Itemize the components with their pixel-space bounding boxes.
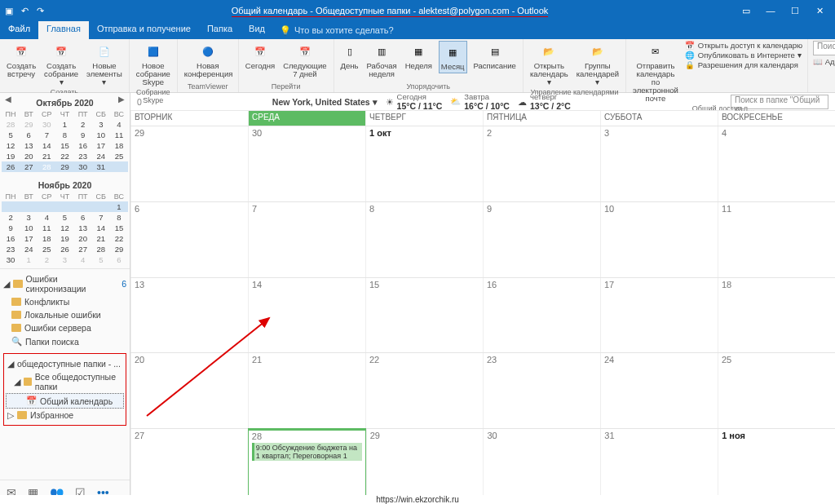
day-cell[interactable]: 14 <box>248 278 365 353</box>
local-errors-folder[interactable]: Локальные ошибки <box>0 308 130 321</box>
mini-cal-title: Октябрь 2020 <box>2 96 128 109</box>
conflicts-folder[interactable]: Конфликты <box>0 295 130 308</box>
share-links: 📅 Открыть доступ к календарю 🌐 Опубликов… <box>685 41 802 69</box>
week-view-button[interactable]: ▦Неделя <box>404 41 434 72</box>
title-bar: ▣ ↶ ↷ Общий календарь - Общедоступные па… <box>0 0 835 21</box>
day-cell[interactable]: 24 <box>600 353 718 428</box>
month-view-button[interactable]: ▦Месяц <box>439 41 467 73</box>
day-cell[interactable]: 11 <box>718 202 835 277</box>
day-cell[interactable]: 18 <box>718 278 835 353</box>
calendar-groups-button[interactable]: 📂Группы календарей ▾ <box>575 41 621 88</box>
day-cell[interactable]: 6 <box>130 202 248 277</box>
mini-calendar-nov: Ноябрь 2020 ПНВТСРЧТПТСБВС12345678910111… <box>0 175 130 268</box>
day-cell[interactable]: 13 <box>130 278 248 353</box>
teamviewer-button[interactable]: 🔵Новая конференция <box>183 41 233 80</box>
day-cell[interactable]: 16 <box>483 278 600 353</box>
day-cell[interactable]: 22 <box>365 353 483 428</box>
favorites-folder[interactable]: ▷ Избранное <box>6 409 124 422</box>
ribbon-tabs: Файл Главная Отправка и получение Папка … <box>0 21 835 39</box>
group-find-label: Найти <box>813 82 835 92</box>
qa-redo[interactable]: ↷ <box>37 6 44 16</box>
workweek-view-button[interactable]: ▥Рабочая неделя <box>365 41 399 80</box>
maximize-button[interactable]: ☐ <box>784 6 806 16</box>
weather-today: ☀ Сегодня15°C / 11°C <box>386 92 443 111</box>
app-icon: ▣ <box>5 6 13 16</box>
folder-search-input[interactable]: Поиск в папке "Общий кал... <box>731 95 828 109</box>
server-errors-folder[interactable]: Ошибки сервера <box>0 321 130 334</box>
day-cell[interactable]: 21 <box>248 353 365 428</box>
qa-undo[interactable]: ↶ <box>21 6 29 16</box>
mini-cal-grid[interactable]: ПНВТСРЧТПТСБВС28293012345678910111213141… <box>2 109 128 172</box>
day-cell[interactable]: 29 <box>130 126 248 201</box>
tab-home[interactable]: Главная <box>38 21 89 39</box>
calendar-event[interactable]: 9:00 Обсуждение бюджета на 1 квартал; Пе… <box>252 443 362 461</box>
day-cell[interactable]: 7 <box>248 202 365 277</box>
ribbon-options[interactable]: ▭ <box>736 6 757 16</box>
day-cell[interactable]: 1 ноя <box>718 429 835 504</box>
day-cell[interactable]: 289:00 Обсуждение бюджета на 1 квартал; … <box>248 429 366 504</box>
day-cell[interactable]: 3 <box>600 126 718 201</box>
day-view-button[interactable]: ▯День <box>339 41 360 72</box>
day-cell[interactable]: 30 <box>248 126 365 201</box>
search-people-input[interactable]: Поиск людей <box>813 41 835 55</box>
next7days-button[interactable]: 📅Следующие 7 дней <box>281 41 328 80</box>
footer-url: https://win.ekzorchik.ru <box>0 495 835 504</box>
weather-day3: ☁ четверг13°C / 2°C <box>518 92 571 111</box>
new-meeting-button[interactable]: 📅Создать встречу <box>5 41 38 80</box>
new-items-button[interactable]: 📄Новые элементы ▾ <box>85 41 124 88</box>
day-headers: ВТОРНИКСРЕДАЧЕТВЕРГПЯТНИЦАСУББОТАВОСКРЕС… <box>130 111 835 126</box>
skype-meeting-button[interactable]: 🟦Новое собрание Skype <box>135 41 172 88</box>
minimize-button[interactable]: — <box>760 6 781 16</box>
window-title: Общий календарь - Общедоступные папки - … <box>44 6 736 15</box>
tell-me-search[interactable]: 💡 Что вы хотите сделать? <box>273 21 400 39</box>
day-cell[interactable]: 31 <box>600 429 718 504</box>
open-calendar-button[interactable]: 📂Открыть календарь ▾ <box>528 41 570 88</box>
group-arrange-label: Упорядочить <box>339 82 518 92</box>
sidebar: ◀ ▶ Октябрь 2020 ПНВТСРЧТПТСБВС282930123… <box>0 93 130 504</box>
tab-file[interactable]: Файл <box>0 21 38 39</box>
tab-folder[interactable]: Папка <box>199 21 241 39</box>
day-cell[interactable]: 20 <box>130 353 248 428</box>
tab-sendreceive[interactable]: Отправка и получение <box>89 21 199 39</box>
today-button[interactable]: 📅Сегодня <box>244 41 276 72</box>
day-cell[interactable]: 15 <box>365 278 483 353</box>
weather-location[interactable]: New York, United States ▾ <box>272 97 378 107</box>
tab-view[interactable]: Вид <box>241 21 273 39</box>
shared-calendar-folder[interactable]: 📅 Общий календарь <box>6 393 124 409</box>
day-cell[interactable]: 9 <box>483 202 600 277</box>
group-goto-label: Перейти <box>244 82 329 92</box>
sync-errors-folder[interactable]: ◢ Ошибки синхронизации 6 <box>0 272 130 295</box>
day-cell[interactable]: 1 окт <box>365 126 483 201</box>
day-cell[interactable]: 4 <box>718 126 835 201</box>
folder-tree: ◢ Ошибки синхронизации 6 Конфликты Локал… <box>0 268 130 480</box>
mini-calendar-oct: ◀ ▶ Октябрь 2020 ПНВТСРЧТПТСБВС282930123… <box>0 93 130 175</box>
public-folders-root[interactable]: ◢ общедоступные папки - ... <box>6 357 124 370</box>
all-public-folders[interactable]: ◢ Все общедоступные папки <box>6 370 124 393</box>
permissions-link[interactable]: 🔒 Разрешения для календаря <box>685 60 802 69</box>
search-folders[interactable]: 🔍 Папки поиска <box>0 334 130 348</box>
mini-cal2-title: Ноябрь 2020 <box>2 179 128 192</box>
day-cell[interactable]: 23 <box>483 353 600 428</box>
new-appointment-button[interactable]: 📅Создать собрание ▾ <box>42 41 80 88</box>
ribbon: 📅Создать встречу 📅Создать собрание ▾ 📄Но… <box>0 39 835 93</box>
day-cell[interactable]: 29 <box>366 429 484 504</box>
group-teamviewer-label: TeamViewer <box>183 82 233 92</box>
share-access-link[interactable]: 📅 Открыть доступ к календарю <box>685 41 802 50</box>
day-cell[interactable]: 30 <box>483 429 600 504</box>
day-cell[interactable]: 25 <box>718 353 835 428</box>
day-cell[interactable]: 17 <box>600 278 718 353</box>
day-cell[interactable]: 10 <box>600 202 718 277</box>
calendar-main: 0 New York, United States ▾ ☀ Сегодня15°… <box>130 93 835 504</box>
schedule-view-button[interactable]: ▤Расписание <box>472 41 518 72</box>
day-cell[interactable]: 27 <box>130 429 248 504</box>
location-weather-bar: 0 New York, United States ▾ ☀ Сегодня15°… <box>130 93 835 111</box>
publish-online-link[interactable]: 🌐 Опубликовать в Интернете ▾ <box>685 51 802 60</box>
weather-tomorrow: ⛅ Завтра16°C / 10°C <box>450 92 510 111</box>
mini-cal2-grid[interactable]: ПНВТСРЧТПТСБВС12345678910111213141516171… <box>2 192 128 265</box>
day-cell[interactable]: 2 <box>483 126 600 201</box>
address-book-link[interactable]: 📖 Адресная книга <box>813 57 835 66</box>
public-folders-box: ◢ общедоступные папки - ... ◢ Все общедо… <box>3 353 126 426</box>
month-grid[interactable]: 29301 окт2346789101113141516171820212223… <box>130 126 835 504</box>
close-button[interactable]: ✕ <box>809 6 830 16</box>
day-cell[interactable]: 8 <box>365 202 483 277</box>
